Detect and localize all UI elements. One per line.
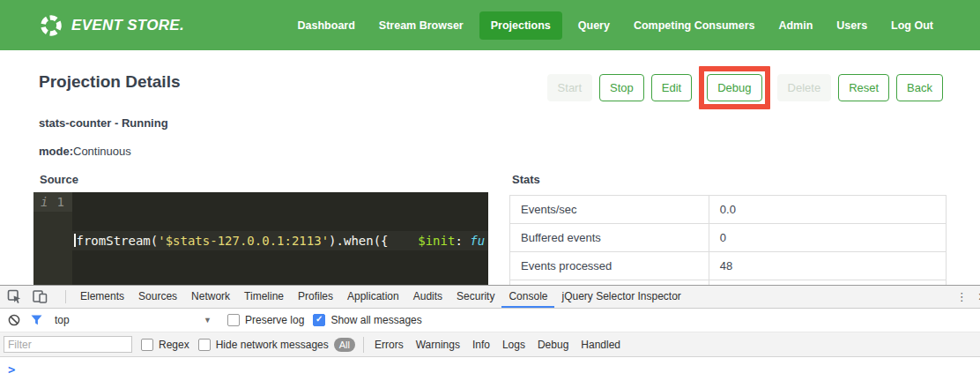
code-segments: fromStream('$stats-127.0.0.1:2113').when…	[77, 234, 486, 248]
stats-heading: Stats	[512, 173, 947, 186]
gutter-annotation-icon: i	[41, 192, 48, 212]
stats-section: Stats Events/sec0.0Buffered events0Event…	[509, 173, 947, 285]
tab-network[interactable]: Network	[184, 286, 237, 308]
source-section: Source i 1 fromStream('$stats-127.0.0.1:…	[33, 173, 488, 285]
mode-value: Continuous	[73, 145, 131, 158]
stop-button[interactable]: Stop	[599, 74, 644, 101]
eventstore-logo-icon	[39, 13, 63, 38]
level-logs[interactable]: Logs	[502, 339, 525, 351]
delete-button: Delete	[777, 74, 832, 101]
level-debug[interactable]: Debug	[538, 339, 568, 351]
nav-item-stream-browser[interactable]: Stream Browser	[371, 11, 471, 40]
projection-mode: mode:Continuous	[39, 145, 131, 158]
chevron-down-icon: ▼	[204, 316, 212, 325]
code-segment-0: fromStream(	[77, 234, 159, 248]
clear-console-icon[interactable]	[8, 314, 20, 326]
hide-network-label: Hide network messages	[216, 339, 329, 351]
console-filter-row: Regex Hide network messages All ErrorsWa…	[0, 332, 980, 357]
code-segment-6: fu	[470, 234, 485, 248]
tabbar-right-controls: ⋮ ×	[932, 286, 980, 308]
main-content: Projection Details StartStopEditDebugDel…	[0, 50, 980, 285]
stats-value-cell: 48	[709, 252, 946, 280]
tab-security[interactable]: Security	[449, 286, 501, 308]
code-segment-5: :	[455, 234, 470, 248]
level-warnings[interactable]: Warnings	[416, 339, 460, 351]
nav-item-dashboard[interactable]: Dashboard	[290, 11, 363, 40]
back-button[interactable]: Back	[896, 74, 943, 101]
filter-input[interactable]	[4, 336, 132, 353]
tab-audits[interactable]: Audits	[406, 286, 449, 308]
console-toolbar: top ▼ Preserve log Show all messages	[0, 309, 980, 332]
console-prompt-row[interactable]: >	[0, 357, 980, 377]
show-all-messages-checkbox[interactable]	[313, 314, 325, 326]
devtools-tabbar: ElementsSourcesNetworkTimelineProfilesAp…	[0, 286, 980, 309]
show-all-messages-label: Show all messages	[330, 314, 421, 326]
code-segment-2: ).when({	[329, 234, 388, 248]
eventstore-logo[interactable]: EVENT STORE.	[39, 13, 184, 38]
tab-console[interactable]: Console	[501, 286, 554, 308]
reset-button[interactable]: Reset	[838, 74, 889, 101]
tab-jquery-selector-inspector[interactable]: jQuery Selector Inspector	[554, 286, 687, 308]
regex-label: Regex	[159, 339, 189, 351]
tab-elements[interactable]: Elements	[73, 286, 131, 308]
gutter-line-1: i 1	[33, 192, 72, 212]
hide-network-checkbox[interactable]	[198, 339, 211, 351]
devtools-tabs: ElementsSourcesNetworkTimelineProfilesAp…	[73, 286, 688, 308]
stats-row-buffered-events: Buffered events0	[510, 224, 947, 252]
source-code-editor[interactable]: i 1 fromStream('$stats-127.0.0.1:2113').…	[33, 192, 488, 285]
filter-separator	[363, 337, 364, 353]
level-errors[interactable]: Errors	[375, 339, 404, 351]
filter-funnel-icon[interactable]	[31, 315, 42, 325]
nav-item-projections[interactable]: Projections	[479, 11, 562, 40]
stats-row-events-processed: Events processed48	[510, 252, 947, 280]
tab-profiles[interactable]: Profiles	[291, 286, 340, 308]
code-segment-3	[389, 234, 419, 248]
preserve-log-checkbox[interactable]	[227, 314, 240, 326]
stats-table: Events/sec0.0Buffered events0Events proc…	[509, 195, 947, 285]
devtools-close-icon[interactable]: ×	[976, 289, 980, 305]
edit-button[interactable]: Edit	[651, 74, 692, 101]
source-heading: Source	[40, 173, 488, 186]
filter-levels: ErrorsWarningsInfoLogsDebugHandled	[368, 339, 627, 351]
nav-item-admin[interactable]: Admin	[770, 11, 820, 40]
nav-item-query[interactable]: Query	[570, 11, 618, 40]
stats-row-events-sec: Events/sec0.0	[510, 196, 947, 224]
execution-context-selector[interactable]: top ▼	[55, 314, 212, 326]
action-buttons: StartStopEditDebugDeleteResetBack	[547, 66, 943, 109]
code-line-1: fromStream('$stats-127.0.0.1:2113').when…	[72, 231, 488, 250]
inspect-element-icon[interactable]	[7, 286, 22, 308]
page-title: Projection Details	[39, 72, 181, 92]
tab-sources[interactable]: Sources	[131, 286, 184, 308]
stats-label-cell: Events/sec	[510, 196, 709, 224]
stats-value-cell: 0.0	[709, 196, 946, 224]
mode-label: mode:	[39, 145, 73, 158]
tab-application[interactable]: Application	[340, 286, 406, 308]
console-prompt-chevron: >	[8, 362, 15, 377]
editor-gutter: i 1	[33, 192, 72, 285]
stats-label-cell: Events processed	[510, 252, 709, 280]
eventstore-logo-text: EVENT STORE.	[71, 17, 184, 34]
stats-label-cell: Buffered events	[510, 224, 709, 252]
tab-timeline[interactable]: Timeline	[237, 286, 291, 308]
filter-all-button[interactable]: All	[334, 338, 355, 352]
level-handled[interactable]: Handled	[581, 339, 620, 351]
nav-item-users[interactable]: Users	[828, 11, 875, 40]
device-toolbar-icon[interactable]	[33, 286, 48, 308]
projection-status: stats-counter - Running	[39, 116, 168, 130]
editor-code-area[interactable]: fromStream('$stats-127.0.0.1:2113').when…	[72, 192, 488, 285]
nav-item-competing-consumers[interactable]: Competing Consumers	[626, 11, 763, 40]
code-segment-4: $init	[418, 234, 455, 248]
start-button: Start	[547, 74, 592, 101]
regex-checkbox[interactable]	[141, 339, 153, 351]
top-navbar: EVENT STORE. DashboardStream BrowserProj…	[0, 0, 980, 50]
level-info[interactable]: Info	[472, 339, 490, 351]
stats-table-body: Events/sec0.0Buffered events0Events proc…	[510, 196, 947, 286]
tabbar-separator	[65, 290, 66, 303]
nav-item-log-out[interactable]: Log Out	[883, 11, 941, 40]
code-segment-1: '$stats-127.0.0.1:2113'	[158, 234, 329, 248]
devtools-panel: ElementsSourcesNetworkTimelineProfilesAp…	[0, 285, 980, 388]
devtools-menu-icon[interactable]: ⋮	[947, 290, 976, 303]
preserve-log-label: Preserve log	[245, 314, 304, 326]
context-value: top	[55, 314, 70, 326]
debug-button[interactable]: Debug	[707, 74, 761, 101]
